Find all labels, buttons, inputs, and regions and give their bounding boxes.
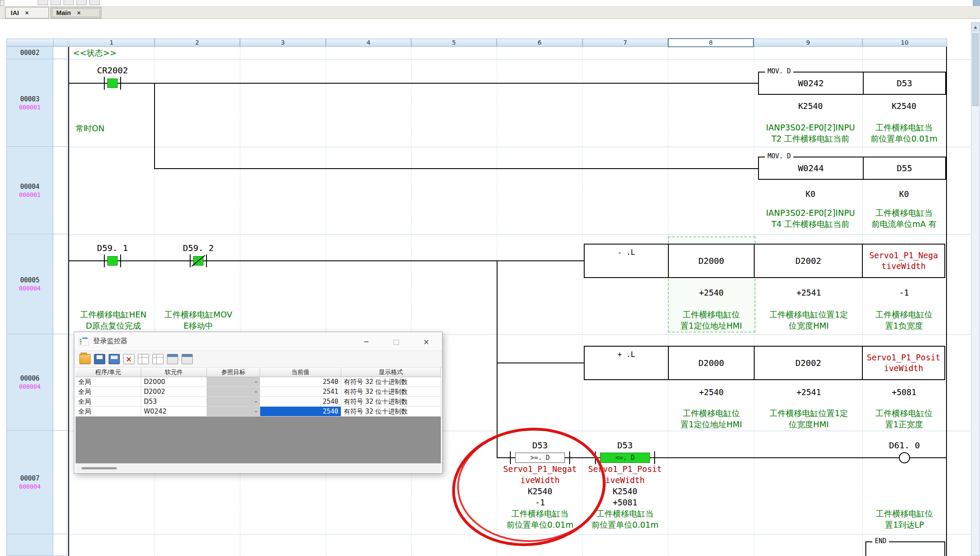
no-contact-cr2002[interactable]	[104, 77, 121, 90]
scroll-thumb[interactable]	[972, 33, 979, 106]
cell-scope[interactable]: 全局	[76, 387, 141, 396]
rung-margin-cell2[interactable]	[53, 234, 67, 334]
watch-row-selected[interactable]: 全局 W0242 - 2540 有符号 32 位十进制数	[76, 407, 441, 417]
grid-column-header[interactable]: 3	[240, 39, 326, 47]
cell-format[interactable]: 有符号 32 位十进制数	[341, 377, 441, 387]
col-header-program[interactable]: 程序/单元	[76, 368, 141, 377]
tab-close-icon[interactable]: ×	[77, 9, 81, 16]
toolbar-icon-fragment[interactable]	[64, 0, 74, 5]
col-header-current-value[interactable]: 当前值	[260, 368, 341, 377]
rung-margin-cell[interactable]: 00005 000004	[6, 234, 53, 334]
add-instruction-box[interactable]: + .L D2000 D2002 Servo1_P1_Posit iveWidt…	[584, 346, 945, 380]
operand-b[interactable]: D2002	[754, 347, 862, 379]
tab-close-icon[interactable]: ×	[25, 9, 29, 16]
cell-scope[interactable]: 全局	[76, 407, 141, 416]
operand-a[interactable]: D2000	[668, 245, 754, 277]
open-icon[interactable]	[79, 354, 91, 364]
compare-op-label: >=. D	[515, 453, 565, 463]
mov-instruction-box[interactable]: MOV. D W0242 D53	[758, 72, 946, 95]
scroll-thumb[interactable]	[82, 467, 117, 469]
cell-current-value[interactable]: 2541	[260, 387, 341, 396]
rung-margin-cell[interactable]: 00006 000004	[6, 334, 53, 431]
scroll-up-button[interactable]: ▲	[971, 23, 980, 31]
maximize-button[interactable]: □	[388, 335, 404, 348]
col-header-reference[interactable]: 参照目标	[207, 368, 260, 377]
cell-device[interactable]: D53	[141, 397, 207, 406]
cascade-windows-icon[interactable]	[167, 354, 178, 364]
table-icon[interactable]	[138, 354, 149, 364]
operand-b[interactable]: D2002	[754, 245, 862, 277]
rung-margin-cell2[interactable]	[53, 59, 67, 147]
mov-instruction-box[interactable]: MOV. D W0244 D55	[758, 157, 946, 180]
rung-margin-cell[interactable]	[6, 534, 53, 556]
save-as-icon[interactable]	[109, 354, 120, 364]
operand-dst[interactable]: D53	[863, 73, 945, 94]
rung-margin-cell2[interactable]	[53, 534, 67, 556]
rung-margin-cell[interactable]: 00007 000004	[6, 431, 53, 534]
tab-main[interactable]: Main ×	[51, 7, 101, 18]
watch-row[interactable]: 全局 D53 - 2540 有符号 32 位十进制数	[76, 397, 441, 407]
toolbar-icon-fragment[interactable]	[76, 0, 87, 5]
sub-instruction-box[interactable]: - .L D2000 D2002 Servo1_P1_Nega tiveWidt…	[584, 244, 945, 278]
watch-row[interactable]: 全局 D2002 - 2541 有符号 32 位十进制数	[76, 387, 441, 397]
grid-column-header[interactable]: 6	[497, 39, 583, 47]
grid-column-header[interactable]: 9	[754, 39, 862, 47]
compare-contact-le[interactable]: <=. D	[595, 451, 655, 464]
cell-format[interactable]: 有符号 32 位十进制数	[341, 387, 441, 396]
output-coil-d61-0[interactable]	[899, 452, 910, 463]
cell-format[interactable]: 有符号 32 位十进制数	[341, 397, 441, 406]
rung-margin-cell2[interactable]	[53, 431, 67, 534]
grid-column-header[interactable]: 5	[411, 39, 497, 47]
toolbar-icon-fragment[interactable]	[38, 0, 48, 5]
operand-result[interactable]: Servo1_P1_Nega tiveWidth	[862, 245, 944, 277]
operand-src[interactable]: W0244	[759, 157, 863, 179]
compare-contact-ge[interactable]: >=. D	[510, 451, 570, 464]
operand-a[interactable]: D2000	[668, 347, 754, 379]
rung-margin-cell2[interactable]	[53, 334, 67, 431]
col-header-device[interactable]: 软元件	[141, 368, 207, 377]
grid-column-header[interactable]: 7	[583, 39, 668, 47]
toolbar-icon-fragment[interactable]	[89, 0, 100, 5]
col-header-display-format[interactable]: 显示格式	[341, 368, 441, 377]
save-icon[interactable]	[94, 354, 105, 364]
delete-icon[interactable]: ×	[123, 354, 134, 364]
cell-device[interactable]: D2002	[141, 387, 207, 396]
watch-window[interactable]: 登录监控器 − □ × × 程序/单元 软元件 参照目标 当前值 显示格式	[74, 332, 443, 474]
cell-current-value[interactable]: 2540	[260, 397, 341, 406]
end-instruction-box[interactable]: END	[865, 541, 945, 556]
cell-scope[interactable]: 全局	[76, 397, 141, 406]
cell-device[interactable]: W0242	[141, 407, 207, 416]
cell-current-value-selected[interactable]: 2540	[260, 407, 341, 416]
grid-column-header[interactable]: 10	[862, 39, 947, 47]
operand-src[interactable]: W0242	[759, 73, 863, 94]
watch-window-titlebar[interactable]: 登录监控器 − □ ×	[74, 332, 442, 351]
rung-margin-cell[interactable]: 00003 000001	[6, 59, 53, 147]
grid-column-header[interactable]: 4	[326, 39, 411, 47]
nc-contact-d59-2[interactable]	[190, 254, 207, 267]
tab-iai[interactable]: IAI ×	[5, 7, 49, 18]
no-contact-d59-1[interactable]	[104, 254, 121, 267]
rung-margin-cell[interactable]: 00004 000001	[6, 147, 53, 234]
rung-margin-cell[interactable]: 00002	[6, 47, 53, 59]
monitor-view-icon[interactable]	[182, 354, 193, 364]
cell-scope[interactable]: 全局	[76, 377, 141, 387]
ladder-editor-window: IAI × Main × 1 2 3 4 5 6 7 8 9 10 00002 …	[0, 0, 980, 556]
rung-margin-cell2[interactable]	[53, 147, 67, 234]
cell-device[interactable]: D2000	[141, 377, 207, 387]
grid-column-header-selected[interactable]: 8	[668, 38, 754, 47]
vertical-scrollbar[interactable]: ▲	[971, 22, 980, 556]
cell-current-value[interactable]: 2540	[260, 377, 341, 387]
operand-dst[interactable]: D55	[863, 157, 945, 179]
toolbar-icon-fragment[interactable]	[51, 0, 61, 5]
grid-column-header[interactable]: 1	[69, 39, 155, 47]
operand-result[interactable]: Servo1_P1_Posit iveWidth	[862, 347, 944, 379]
grid-column-header[interactable]: 2	[155, 39, 240, 47]
minimize-button[interactable]: −	[358, 335, 374, 348]
cell-format[interactable]: 有符号 32 位十进制数	[341, 407, 441, 416]
rung-margin-cell2[interactable]	[53, 47, 67, 59]
add-row-icon[interactable]	[152, 354, 164, 364]
ladder-wire	[69, 83, 758, 84]
close-button[interactable]: ×	[419, 335, 434, 348]
horizontal-scrollbar[interactable]	[76, 463, 441, 473]
watch-row[interactable]: 全局 D2000 - 2540 有符号 32 位十进制数	[76, 377, 441, 387]
